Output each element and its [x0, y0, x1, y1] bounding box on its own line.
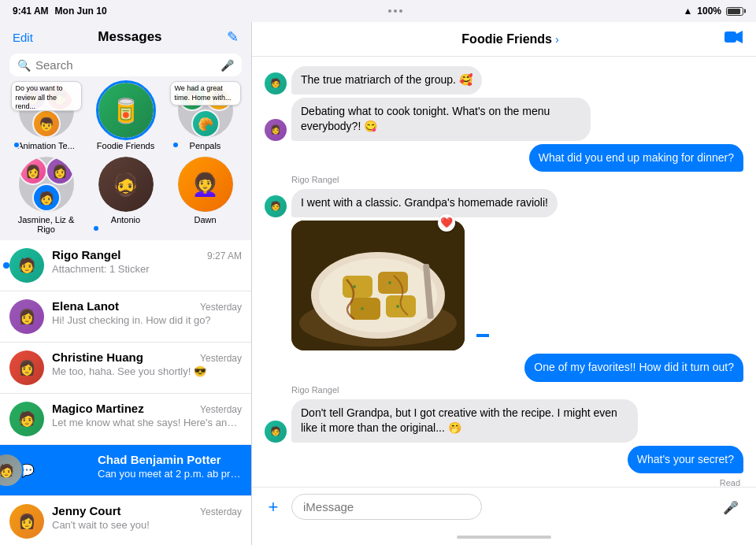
- search-input[interactable]: [35, 58, 216, 72]
- pinned-name-dawn: Dawn: [194, 215, 216, 224]
- pinned-animation-team[interactable]: Do you want to review all the rend... 👩 …: [11, 83, 82, 150]
- msg-sender-label-2: Rigo Rangel: [291, 385, 743, 395]
- edit-button[interactable]: Edit: [13, 31, 33, 44]
- conv-preview-christine: Me too, haha. See you shortly! 😎: [52, 365, 242, 377]
- conv-name-christine: Christine Huang: [52, 350, 143, 364]
- pinned-name-penpals: Penpals: [190, 141, 221, 150]
- conv-time-elena: Yesterday: [200, 302, 242, 313]
- conv-jenny[interactable]: 👩 Jenny Court Yesterday Can't wait to se…: [0, 496, 251, 545]
- pinned-antonio[interactable]: 🧔 Antonio: [91, 157, 161, 234]
- conv-content-jenny: Jenny Court Yesterday Can't wait to see …: [52, 504, 242, 531]
- unread-dot-rigo: [3, 262, 9, 269]
- msg-row: One of my favorites!! How did it turn ou…: [265, 354, 743, 382]
- pinned-avatar-dawn: 👩‍🦱: [178, 157, 233, 212]
- msg-row: 🧑 The true matriarch of the group. 🥰: [265, 66, 743, 95]
- conv-content-magico: Magico Martinez Yesterday Let me know wh…: [52, 402, 242, 428]
- svg-rect-7: [343, 276, 372, 298]
- unread-dot-penpals: [172, 141, 180, 149]
- wifi-icon: ▲: [683, 6, 692, 17]
- conv-time-jenny: Yesterday: [200, 506, 242, 517]
- search-bar[interactable]: 🔍 🎤: [9, 54, 242, 76]
- msg-avatar: 🧑: [265, 195, 287, 217]
- pinned-preview-animation: Do you want to review all the rend...: [11, 81, 82, 111]
- msg-avatar: 👩: [265, 119, 287, 141]
- status-bar: 9:41 AM Mon Jun 10 ▲ 100%: [0, 0, 756, 22]
- input-bar: + 🎤: [252, 487, 756, 529]
- pinned-foodie-friends[interactable]: 🥫 Foodie Friends: [91, 83, 161, 150]
- video-call-button[interactable]: [724, 30, 743, 48]
- conv-preview-jenny: Can't wait to see you!: [52, 519, 242, 531]
- svg-rect-0: [724, 32, 736, 43]
- pinned-penpals[interactable]: We had a great time. Home with... 🧑 👩 🥐 …: [170, 83, 241, 150]
- conv-avatar-rigo: 🧑: [9, 248, 44, 283]
- conv-rigo[interactable]: 🧑 Rigo Rangel 9:27 AM Attachment: 1 Stic…: [0, 240, 251, 291]
- msg-bubble: I went with a classic. Grandpa's homemad…: [291, 189, 558, 217]
- svg-point-14: [396, 305, 399, 308]
- msg-row: 🧑 Don't tell Grandpa, but I got creative…: [265, 399, 743, 443]
- svg-rect-9: [350, 298, 380, 320]
- conv-preview-chad: Can you meet at 2 p.m. ab presentation?: [98, 468, 242, 480]
- conv-time-rigo: 9:27 AM: [207, 250, 242, 261]
- conv-preview-rigo: Attachment: 1 Sticker: [52, 263, 242, 275]
- conv-content-elena: Elena Lanot Yesterday Hi! Just checking …: [52, 299, 242, 326]
- svg-point-13: [361, 307, 364, 310]
- pinned-section: Do you want to review all the rend... 👩 …: [0, 83, 251, 240]
- msg-read-status: Read: [265, 478, 740, 487]
- pinned-row-2: 👩 👩 🧑 Jasmine, Liz & Rigo 🧔 Antonio: [6, 157, 245, 234]
- svg-point-12: [388, 281, 391, 284]
- conv-avatar-jenny: 👩: [9, 504, 44, 539]
- pinned-avatar-foodie: 🥫: [98, 83, 154, 138]
- msg-image[interactable]: [291, 221, 465, 350]
- msg-image-row: ❤️: [291, 221, 743, 350]
- sidebar-header: Edit Messages ✎: [0, 22, 251, 49]
- plus-button[interactable]: +: [261, 495, 285, 519]
- chat-panel: Foodie Friends › 🧑 The true matriarch of…: [252, 22, 756, 545]
- conv-elena[interactable]: 👩 Elena Lanot Yesterday Hi! Just checkin…: [0, 291, 251, 343]
- msg-avatar: 🧑: [265, 72, 287, 95]
- msg-row: 👩 Debating what to cook tonight. What's …: [265, 98, 743, 141]
- conv-name-jenny: Jenny Court: [52, 504, 121, 517]
- mic-input-icon: 🎤: [723, 499, 739, 514]
- chat-header: Foodie Friends ›: [252, 22, 756, 57]
- home-indicator: [457, 536, 551, 539]
- battery-percent: 100%: [697, 6, 721, 17]
- msg-bubble: What did you end up making for dinner?: [529, 144, 743, 172]
- msg-bubble: What's your secret?: [628, 446, 743, 474]
- pinned-name-animation: Animation Te...: [17, 141, 75, 150]
- conv-name-rigo: Rigo Rangel: [52, 248, 121, 261]
- msg-row: 🧑 I went with a classic. Grandpa's homem…: [265, 189, 743, 217]
- conv-magico[interactable]: 🧑 Magico Martinez Yesterday Let me know …: [0, 394, 251, 445]
- message-input[interactable]: [291, 494, 482, 520]
- conv-content-chad: Chad Benjamin Potter Can you meet at 2 p…: [98, 453, 242, 480]
- pinned-preview-penpals: We had a great time. Home with...: [170, 81, 241, 106]
- conv-time-magico: Yesterday: [200, 404, 242, 415]
- conv-name-magico: Magico Martinez: [52, 402, 144, 415]
- msg-bubble: The true matriarch of the group. 🥰: [291, 66, 482, 95]
- pinned-jasmine[interactable]: 👩 👩 🧑 Jasmine, Liz & Rigo: [11, 157, 82, 234]
- compose-button[interactable]: ✎: [227, 28, 239, 46]
- chat-chevron-icon: ›: [555, 33, 559, 46]
- mic-search-icon: 🎤: [220, 59, 234, 72]
- conv-christine[interactable]: 👩 Christine Huang Yesterday Me too, haha…: [0, 343, 251, 394]
- conv-name-elena: Elena Lanot: [52, 299, 119, 313]
- status-time: 9:41 AM: [13, 6, 49, 17]
- chat-group-name: Foodie Friends: [461, 32, 552, 46]
- msg-bubble: Don't tell Grandpa, but I got creative w…: [291, 399, 638, 443]
- pinned-row-1: Do you want to review all the rend... 👩 …: [6, 83, 245, 150]
- conv-preview-elena: Hi! Just checking in. How did it go?: [52, 314, 242, 326]
- status-date: Mon Jun 10: [55, 6, 107, 17]
- conv-avatar-christine: 👩: [9, 350, 44, 385]
- msg-avatar: 🧑: [265, 421, 287, 443]
- pinned-dawn[interactable]: 👩‍🦱 Dawn: [170, 157, 241, 234]
- conv-chad[interactable]: 💬 🧑 Chad Benjamin Potter Can you meet at…: [0, 445, 251, 496]
- msg-bubble: Debating what to cook tonight. What's on…: [291, 98, 591, 141]
- search-icon: 🔍: [17, 59, 31, 72]
- share-button[interactable]: [476, 323, 490, 343]
- pinned-avatar-jasmine: 👩 👩 🧑: [19, 157, 74, 212]
- msg-bubble: One of my favorites!! How did it turn ou…: [524, 354, 743, 382]
- msg-row: What did you end up making for dinner?: [265, 144, 743, 172]
- sidebar-title: Messages: [33, 29, 227, 45]
- battery-icon: [726, 7, 743, 16]
- chat-title-area[interactable]: Foodie Friends ›: [461, 32, 558, 46]
- input-wrapper: 🎤: [291, 494, 747, 520]
